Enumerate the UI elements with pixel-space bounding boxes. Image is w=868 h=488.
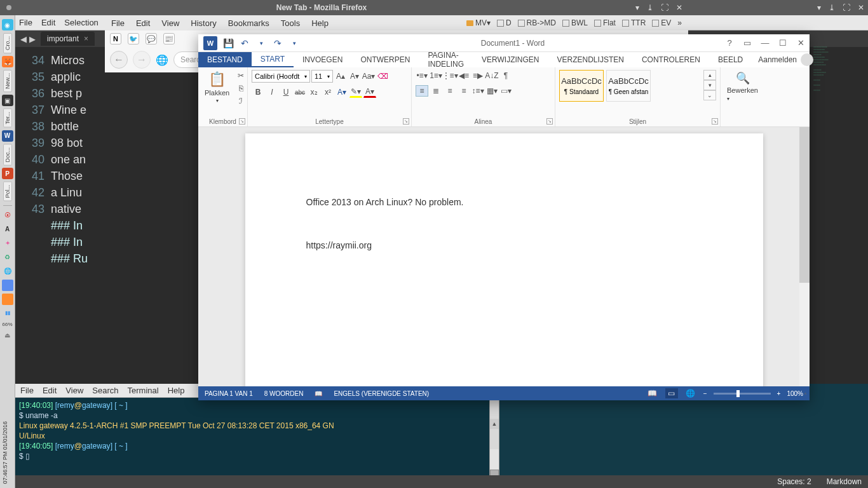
editor-tab-important[interactable]: important ×: [41, 32, 95, 46]
ribbon-tab-ontwerpen[interactable]: ONTWERPEN: [351, 52, 419, 67]
qat-undo-more[interactable]: ▾: [255, 37, 267, 49]
dock-files-icon[interactable]: [2, 280, 13, 291]
bullets-button[interactable]: •≡▾: [416, 70, 428, 81]
grow-font-button[interactable]: A▴: [334, 71, 347, 82]
ribbon-tab-verwijzingen[interactable]: VERWIJZINGEN: [473, 52, 548, 67]
zoom-level[interactable]: 100%: [787, 390, 803, 397]
editor-code[interactable]: Micros applic best p Wine e bottle 98 bo…: [51, 47, 88, 384]
paste-button[interactable]: 📋 Plakken ▾: [202, 70, 232, 105]
dock-tab-new[interactable]: New...: [3, 70, 12, 92]
bewerken-button[interactable]: 🔍 Bewerken ▾: [724, 70, 761, 103]
dock-terminal-icon[interactable]: ▣: [2, 95, 13, 106]
ff-menu-file[interactable]: File: [111, 18, 125, 28]
zoom-slider-thumb[interactable]: [736, 390, 740, 397]
terminal-body[interactable]: [19:40:03] [remy@gateway] [ ~ ] $ uname …: [15, 398, 499, 484]
styles-scroll-up[interactable]: ▴: [703, 70, 716, 80]
subscript-button[interactable]: x₂: [308, 86, 320, 98]
word-maximize-button[interactable]: ☐: [774, 36, 792, 51]
format-painter-button[interactable]: ℐ: [234, 95, 247, 107]
font-size-combo[interactable]: 11▾: [311, 70, 333, 83]
terminal-menu-help[interactable]: Help: [168, 386, 185, 395]
terminal-menu-view[interactable]: View: [65, 386, 83, 395]
word-close-button[interactable]: ✕: [792, 36, 810, 51]
dock-tab-chrome[interactable]: Cro...: [3, 33, 12, 53]
zoom-out-button[interactable]: −: [703, 390, 707, 397]
shading-button[interactable]: ▦▾: [485, 85, 498, 97]
dock-tab-pol[interactable]: Pol...: [3, 182, 12, 201]
editor-tab-close-icon[interactable]: ×: [84, 34, 88, 43]
ribbon-tab-beeld[interactable]: BEELD: [709, 52, 752, 67]
word-scrollbar-thumb[interactable]: [799, 127, 810, 283]
word-ribbon-display-button[interactable]: ▭: [738, 36, 756, 51]
terminal-menu-edit[interactable]: Edit: [43, 386, 57, 395]
document-page[interactable]: Office 2013 on Arch Linux? No problem. h…: [245, 133, 763, 386]
view-read-button[interactable]: 📖: [646, 388, 659, 398]
status-spell-icon[interactable]: 📖: [315, 390, 322, 397]
editor-menu-edit[interactable]: Edit: [41, 18, 55, 27]
alinea-dialog-launcher[interactable]: ↘: [546, 118, 553, 125]
editor-menu-file[interactable]: File: [19, 18, 32, 27]
status-page[interactable]: PAGINA 1 VAN 1: [205, 390, 253, 397]
terminal-scroll-up-icon[interactable]: ▲: [490, 419, 499, 429]
ff-menu-history[interactable]: History: [191, 18, 216, 28]
borders-button[interactable]: ▭▾: [499, 85, 512, 97]
dock-globe-icon[interactable]: 🌐: [2, 266, 13, 277]
status-language[interactable]: ENGELS (VERENIGDE STATEN): [334, 390, 429, 397]
ribbon-collapse-button[interactable]: ˄: [804, 392, 807, 399]
ff-bookmark-ttr[interactable]: TTR: [622, 18, 646, 27]
maximize-button[interactable]: ⛶: [661, 3, 668, 12]
outer-close-button[interactable]: ✕: [858, 3, 864, 12]
dock-text-icon[interactable]: A: [2, 224, 13, 235]
qat-redo-button[interactable]: ↷: [272, 37, 283, 49]
status-words[interactable]: 8 WOORDEN: [264, 390, 304, 397]
editor-tab-nav-arrows[interactable]: ◀ ▶: [20, 34, 36, 44]
strike-button[interactable]: abc: [294, 86, 306, 98]
font-family-combo[interactable]: Calibri (Hoofdt▾: [252, 70, 310, 83]
italic-button[interactable]: I: [266, 86, 278, 98]
ff-bookmark-mv[interactable]: MV▾: [466, 18, 491, 27]
terminal-scrollbar[interactable]: ▲ ▼: [489, 398, 499, 479]
align-center-button[interactable]: ≣: [430, 85, 442, 97]
underline-button[interactable]: U: [280, 86, 292, 98]
dock-record-icon[interactable]: ⦿: [2, 210, 13, 221]
font-color-button[interactable]: A▾: [363, 86, 376, 98]
dock-folder-icon[interactable]: [2, 294, 13, 305]
outdent-button[interactable]: ◀≡: [458, 70, 470, 81]
lettertype-dialog-launcher[interactable]: ↘: [403, 118, 409, 125]
ff-pinned-tab-twitter[interactable]: 🐦: [128, 33, 139, 44]
highlight-button[interactable]: ✎▾: [349, 86, 362, 98]
dock-app-icon[interactable]: ◉: [2, 19, 13, 30]
ribbon-tab-bestand[interactable]: BESTAND: [198, 52, 252, 67]
ribbon-tab-pagina[interactable]: PAGINA-INDELING: [419, 52, 473, 67]
terminal-menu-file[interactable]: File: [20, 386, 34, 395]
style-standaard[interactable]: AaBbCcDc ¶ Standaard: [559, 70, 604, 102]
terminal-menu-terminal[interactable]: Terminal: [128, 386, 159, 395]
dock-battery-icon[interactable]: ▮▮: [2, 308, 13, 319]
cut-button[interactable]: ✂: [234, 70, 247, 81]
numbering-button[interactable]: 1≡▾: [430, 70, 442, 81]
ff-menu-tools[interactable]: Tools: [281, 18, 300, 28]
ff-pinned-tab-news[interactable]: 📰: [163, 33, 175, 44]
qat-save-button[interactable]: 💾: [222, 37, 234, 49]
styles-more[interactable]: ⌄: [703, 90, 716, 100]
style-geen-afstand[interactable]: AaBbCcDc ¶ Geen afstan: [606, 70, 651, 102]
zoom-in-button[interactable]: +: [777, 390, 781, 397]
align-left-button[interactable]: ≡: [416, 85, 428, 97]
indent-button[interactable]: ≡▶: [471, 70, 484, 81]
ff-menu-bookmarks[interactable]: Bookmarks: [228, 18, 269, 28]
shade-button[interactable]: ▾: [635, 3, 639, 12]
ff-menu-help[interactable]: Help: [311, 18, 329, 28]
dock-tab-terminal[interactable]: Ter...: [3, 109, 12, 128]
ribbon-tab-verzendlijsten[interactable]: VERZENDLIJSTEN: [548, 52, 633, 67]
outer-maximize-button[interactable]: ⛶: [843, 3, 850, 12]
word-vertical-scrollbar[interactable]: [799, 127, 810, 386]
word-help-button[interactable]: ?: [721, 36, 738, 51]
window-menu-dot[interactable]: [6, 5, 11, 10]
status-spaces[interactable]: Spaces: 2: [777, 477, 811, 486]
ff-bookmark-ev[interactable]: EV: [652, 18, 671, 27]
justify-button[interactable]: ≡: [458, 85, 470, 97]
sort-button[interactable]: A↓Z: [485, 70, 498, 81]
ribbon-tab-start[interactable]: START: [252, 52, 294, 67]
ribbon-tab-invoegen[interactable]: INVOEGEN: [294, 52, 351, 67]
bold-button[interactable]: B: [252, 86, 264, 98]
